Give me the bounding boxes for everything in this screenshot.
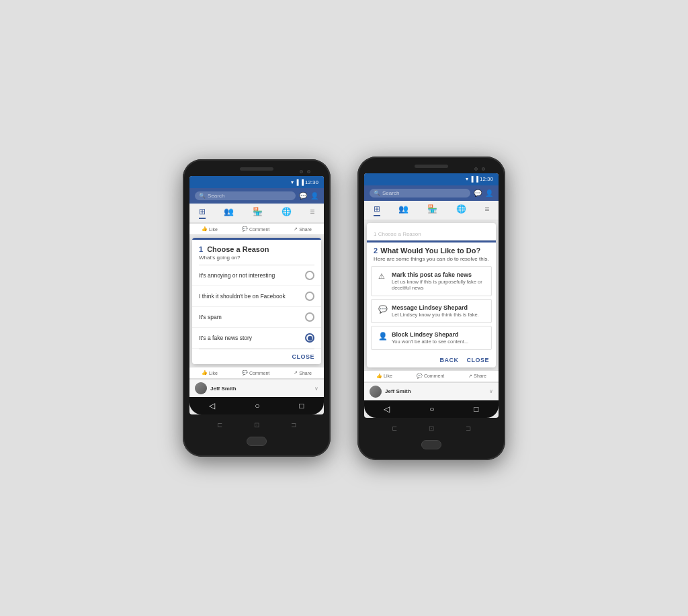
block-icon: 👤 — [378, 332, 388, 341]
nav-shop-1[interactable]: 🏪 — [253, 207, 263, 219]
home-nav-btn-2[interactable]: ○ — [429, 404, 434, 414]
like-btn-bottom-2[interactable]: 👍 Like — [376, 373, 392, 379]
nav-home-2[interactable]: ⊞ — [374, 204, 380, 216]
friends-icon-1[interactable]: 👤 — [310, 192, 318, 200]
friends-icon-2[interactable]: 👤 — [485, 189, 493, 197]
battery-icon: ▐ — [300, 179, 304, 185]
share-btn-bottom-1[interactable]: ↗ Share — [294, 370, 312, 376]
radio-option-2[interactable]: I think it shouldn't be on Facebook — [192, 286, 321, 307]
hw-forward-2[interactable]: ⊐ — [466, 425, 471, 432]
hw-back-2[interactable]: ⊏ — [392, 425, 397, 432]
nav-shop-2[interactable]: 🏪 — [427, 204, 437, 216]
phone-camera-2 — [307, 170, 310, 173]
nav-friends-2[interactable]: 👥 — [398, 204, 408, 216]
comment-label-top-1: Comment — [249, 227, 269, 232]
radio-label-1: It's annoying or not interesting — [199, 272, 275, 279]
comment-btn-bottom-1[interactable]: 💬 Comment — [242, 370, 269, 376]
post-footer-2: Jeff Smith ∨ — [364, 382, 499, 400]
comment-label-bottom-2: Comment — [424, 373, 444, 378]
status-bar-1: ▾ ▐ ▐ 12:30 — [189, 176, 324, 188]
phone-cameras — [300, 170, 310, 173]
search-placeholder-2: Search — [382, 190, 399, 196]
post-avatar-2 — [370, 386, 382, 398]
radio-label-2: I think it shouldn't be on Facebook — [199, 293, 286, 300]
modal-close-row-1: CLOSE — [192, 349, 321, 364]
radio-circle-1[interactable] — [305, 271, 314, 280]
share-btn-top-1[interactable]: ↗ Share — [294, 226, 312, 232]
fb-action-bar-bottom-2: 👍 Like 💬 Comment ↗ Share — [364, 370, 499, 382]
close-button-2[interactable]: CLOSE — [466, 357, 489, 363]
hw-menu-1[interactable]: ⊡ — [254, 421, 259, 429]
choose-reason-modal: 1 Choose a Reason What's going on? It's … — [192, 238, 321, 364]
action-message[interactable]: 💬 Message Lindsey Shepard Let Lindsey kn… — [371, 299, 492, 323]
nav-friends-1[interactable]: 👥 — [224, 207, 234, 219]
recents-nav-btn-1[interactable]: □ — [299, 401, 304, 410]
nav-globe-2[interactable]: 🌐 — [456, 204, 466, 216]
android-nav-2: ◁ ○ □ — [364, 400, 499, 418]
fb-topbar-2: 🔍 Search 💬 👤 — [364, 185, 499, 201]
like-btn-bottom-1[interactable]: 👍 Like — [202, 370, 218, 376]
action-block[interactable]: 👤 Block Lindsey Shepard You won't be abl… — [371, 326, 492, 350]
phone-1: ▾ ▐ ▐ 12:30 🔍 Search 💬 👤 ⊞ 👥 🏪 🌐 ≡ — [183, 159, 331, 457]
home-nav-btn-1[interactable]: ○ — [255, 401, 259, 410]
signal-icon: ▐ — [295, 179, 299, 185]
radio-label-4: It's a fake news story — [199, 335, 252, 341]
close-button-1[interactable]: CLOSE — [292, 353, 314, 360]
modal-title-2: What Would You Like to Do? — [380, 247, 480, 255]
action-block-content: Block Lindsey Shepard You won't be able … — [392, 331, 468, 345]
messenger-icon-1[interactable]: 💬 — [299, 192, 307, 200]
time-display-2: 12:30 — [480, 176, 493, 182]
what-to-do-modal: 1 Choose a Reason 2 What Would You Like … — [367, 223, 496, 367]
phone-speaker — [240, 167, 273, 171]
modal-title-1: Choose a Reason — [207, 245, 269, 253]
radio-option-1[interactable]: It's annoying or not interesting — [192, 265, 321, 286]
recents-nav-btn-2[interactable]: □ — [474, 404, 478, 414]
radio-circle-2[interactable] — [305, 292, 314, 301]
home-physical-btn-2[interactable] — [421, 440, 441, 449]
action-fake-news[interactable]: ⚠ Mark this post as fake news Let us kno… — [371, 266, 492, 296]
modal-footer-btns-2: BACK CLOSE — [367, 353, 496, 367]
phone-speaker-2 — [415, 165, 448, 168]
share-icon-bottom-2: ↗ — [468, 373, 472, 379]
radio-option-4[interactable]: It's a fake news story — [192, 328, 321, 349]
phone-camera-2a — [474, 167, 478, 171]
fb-search-bar-1[interactable]: 🔍 Search — [195, 191, 296, 200]
radio-circle-4[interactable] — [305, 333, 314, 343]
hardware-nav-2: ⊏ ⊡ ⊐ — [363, 422, 500, 435]
back-button-2[interactable]: BACK — [439, 357, 458, 363]
phone-camera-2b — [482, 167, 485, 171]
comment-icon-top-1: 💬 — [242, 226, 248, 232]
messenger-icon-2[interactable]: 💬 — [474, 189, 482, 197]
search-icon-1: 🔍 — [199, 193, 206, 199]
phone-2: ▾ ▐ ▐ 12:30 🔍 Search 💬 👤 ⊞ 👥 🏪 🌐 ≡ — [357, 157, 505, 460]
back-nav-btn-1[interactable]: ◁ — [209, 401, 215, 410]
share-label-bottom-1: Share — [299, 371, 312, 376]
back-nav-btn-2[interactable]: ◁ — [384, 404, 390, 414]
home-physical-btn-1[interactable] — [247, 437, 267, 446]
comment-btn-bottom-2[interactable]: 💬 Comment — [417, 373, 444, 379]
signal-icon-2: ▐ — [470, 176, 474, 182]
fb-search-bar-2[interactable]: 🔍 Search — [370, 189, 470, 197]
share-btn-bottom-2[interactable]: ↗ Share — [468, 373, 486, 379]
nav-menu-1[interactable]: ≡ — [310, 207, 314, 219]
wifi-icon: ▾ — [291, 179, 294, 185]
time-display-1: 12:30 — [305, 179, 318, 185]
hw-back-1[interactable]: ⊏ — [217, 421, 222, 429]
hw-menu-2[interactable]: ⊡ — [429, 425, 434, 432]
radio-option-3[interactable]: It's spam — [192, 307, 321, 328]
search-placeholder-1: Search — [208, 193, 224, 199]
comment-btn-top-1[interactable]: 💬 Comment — [242, 226, 269, 232]
hw-forward-1[interactable]: ⊐ — [291, 421, 296, 429]
hardware-nav-1: ⊏ ⊡ ⊐ — [188, 419, 325, 431]
post-name-2: Jeff Smith — [385, 388, 486, 394]
action-message-title: Message Lindsey Shepard — [392, 304, 479, 311]
nav-home-1[interactable]: ⊞ — [199, 207, 206, 219]
comment-label-bottom-1: Comment — [249, 371, 269, 376]
status-bar-2: ▾ ▐ ▐ 12:30 — [364, 173, 499, 185]
like-btn-top-1[interactable]: 👍 Like — [202, 226, 218, 232]
nav-globe-1[interactable]: 🌐 — [282, 207, 292, 219]
nav-menu-2[interactable]: ≡ — [484, 204, 489, 216]
like-label-top-1: Like — [209, 227, 218, 232]
step-num-2: 2 — [374, 247, 378, 255]
radio-circle-3[interactable] — [305, 312, 314, 322]
